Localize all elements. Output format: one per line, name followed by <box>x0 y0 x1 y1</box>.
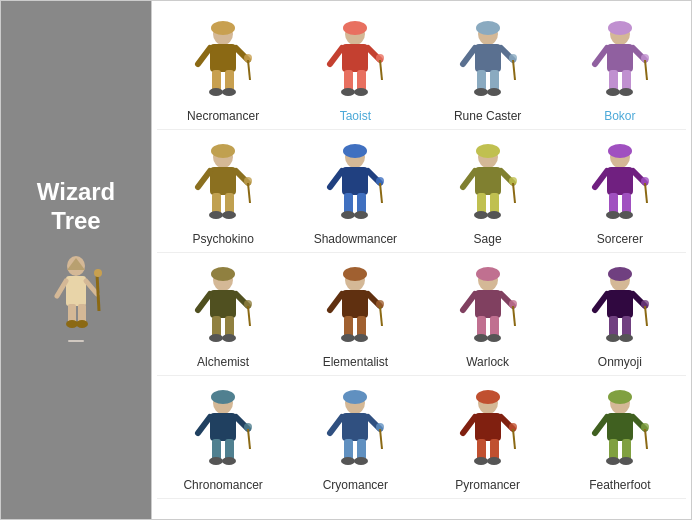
svg-line-131 <box>513 306 515 326</box>
main-content[interactable]: Necromancer Taoist <box>151 1 691 519</box>
class-item-featherfoot[interactable]: Featherfoot <box>554 380 686 499</box>
svg-point-184 <box>619 457 633 465</box>
svg-line-120 <box>380 306 382 326</box>
svg-rect-35 <box>475 44 501 72</box>
class-sprite-bokor <box>580 17 660 107</box>
class-name-shadowmancer: Shadowmancer <box>314 232 397 246</box>
svg-rect-156 <box>342 413 368 441</box>
svg-rect-134 <box>607 290 633 318</box>
svg-point-96 <box>619 211 633 219</box>
svg-point-117 <box>341 334 355 342</box>
class-item-shadowmancer[interactable]: Shadowmancer <box>289 134 421 253</box>
svg-rect-46 <box>607 44 633 72</box>
svg-point-34 <box>476 21 500 35</box>
svg-point-29 <box>341 88 355 96</box>
svg-line-142 <box>645 306 647 326</box>
sidebar: Wizard Tree <box>1 1 151 519</box>
svg-rect-101 <box>210 290 236 318</box>
svg-point-74 <box>354 211 368 219</box>
svg-rect-2 <box>66 276 86 306</box>
svg-line-76 <box>380 183 382 203</box>
main-container: Wizard Tree <box>1 1 691 519</box>
svg-line-32 <box>380 60 382 80</box>
class-sprite-sorcerer <box>580 140 660 230</box>
class-name-bokor: Bokor <box>604 109 635 123</box>
svg-line-102 <box>198 294 210 310</box>
svg-rect-90 <box>607 167 633 195</box>
svg-point-23 <box>343 21 367 35</box>
svg-rect-79 <box>475 167 501 195</box>
svg-line-5 <box>97 274 99 311</box>
svg-point-19 <box>222 88 236 96</box>
svg-line-69 <box>330 171 342 187</box>
class-item-chronomancer[interactable]: Chronomancer <box>157 380 289 499</box>
svg-point-63 <box>222 211 236 219</box>
svg-point-140 <box>619 334 633 342</box>
svg-line-153 <box>248 429 250 449</box>
svg-point-56 <box>211 144 235 158</box>
svg-point-100 <box>211 267 235 281</box>
class-name-elementalist: Elementalist <box>323 355 388 369</box>
class-item-rune-caster[interactable]: Rune Caster <box>422 11 554 130</box>
class-item-cryomancer[interactable]: Cryomancer <box>289 380 421 499</box>
svg-rect-24 <box>342 44 368 72</box>
svg-line-124 <box>463 294 475 310</box>
svg-point-118 <box>354 334 368 342</box>
class-sprite-pyromancer <box>448 386 528 476</box>
svg-point-10 <box>76 320 88 328</box>
svg-point-67 <box>343 144 367 158</box>
svg-point-73 <box>341 211 355 219</box>
svg-point-111 <box>343 267 367 281</box>
svg-line-164 <box>380 429 382 449</box>
class-sprite-chronomancer <box>183 386 263 476</box>
svg-rect-167 <box>475 413 501 441</box>
class-item-bokor[interactable]: Bokor <box>554 11 686 130</box>
class-item-elementalist[interactable]: Elementalist <box>289 257 421 376</box>
svg-point-45 <box>608 21 632 35</box>
svg-point-51 <box>606 88 620 96</box>
wizard-figure <box>49 256 104 342</box>
class-item-sage[interactable]: Sage <box>422 134 554 253</box>
class-name-featherfoot: Featherfoot <box>589 478 650 492</box>
class-item-pyromancer[interactable]: Pyromancer <box>422 380 554 499</box>
svg-point-85 <box>487 211 501 219</box>
class-name-onmyoji: Onmyoji <box>598 355 642 369</box>
svg-line-168 <box>463 417 475 433</box>
svg-rect-145 <box>210 413 236 441</box>
class-name-sorcerer: Sorcerer <box>597 232 643 246</box>
svg-line-25 <box>330 48 342 64</box>
class-item-alchemist[interactable]: Alchemist <box>157 257 289 376</box>
svg-line-146 <box>198 417 210 433</box>
svg-point-144 <box>211 390 235 404</box>
svg-point-12 <box>211 21 235 35</box>
svg-line-175 <box>513 429 515 449</box>
svg-rect-68 <box>342 167 368 195</box>
class-item-necromancer[interactable]: Necromancer <box>157 11 289 130</box>
class-name-alchemist: Alchemist <box>197 355 249 369</box>
svg-point-128 <box>474 334 488 342</box>
class-sprite-onmyoji <box>580 263 660 353</box>
svg-line-98 <box>645 183 647 203</box>
class-name-rune-caster: Rune Caster <box>454 109 521 123</box>
class-item-taoist[interactable]: Taoist <box>289 11 421 130</box>
svg-rect-112 <box>342 290 368 318</box>
svg-point-62 <box>209 211 223 219</box>
class-item-psychokino[interactable]: Psychokino <box>157 134 289 253</box>
svg-rect-13 <box>210 44 236 72</box>
class-grid: Necromancer Taoist <box>157 11 686 499</box>
class-sprite-warlock <box>448 263 528 353</box>
class-item-sorcerer[interactable]: Sorcerer <box>554 134 686 253</box>
class-item-warlock[interactable]: Warlock <box>422 257 554 376</box>
svg-point-78 <box>476 144 500 158</box>
svg-point-151 <box>222 457 236 465</box>
svg-point-166 <box>476 390 500 404</box>
class-sprite-taoist <box>315 17 395 107</box>
svg-line-36 <box>463 48 475 64</box>
svg-point-133 <box>608 267 632 281</box>
class-item-onmyoji[interactable]: Onmyoji <box>554 257 686 376</box>
svg-line-87 <box>513 183 515 203</box>
svg-line-14 <box>198 48 210 64</box>
class-name-psychokino: Psychokino <box>192 232 253 246</box>
svg-line-135 <box>595 294 607 310</box>
class-name-chronomancer: Chronomancer <box>183 478 262 492</box>
